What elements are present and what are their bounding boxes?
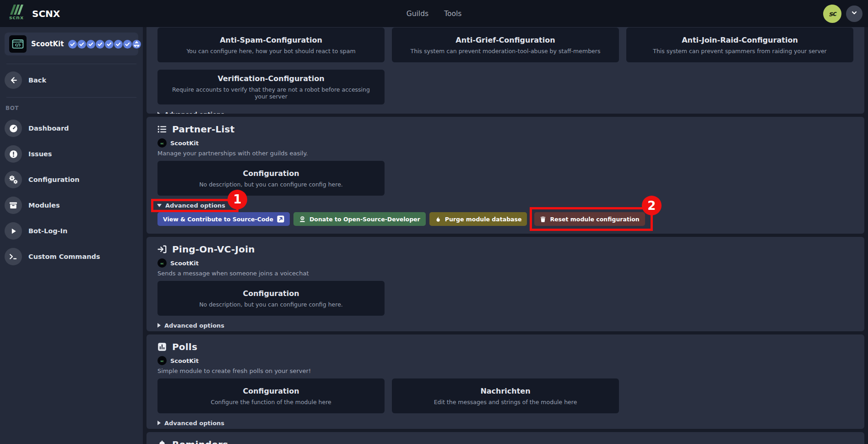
module-card[interactable]: Anti-Spam-ConfigurationYou can configure… [157, 27, 385, 62]
card-subtitle: This system can prevent moderation-tool-… [411, 48, 601, 55]
donate-icon [299, 216, 306, 223]
user-avatar[interactable]: sc [823, 4, 842, 23]
sidebar-item-configuration[interactable]: Configuration [5, 171, 138, 188]
check-badge-icon [87, 40, 95, 49]
arrow-left-icon [5, 71, 22, 89]
scootkit-avatar: sc [157, 356, 167, 365]
donate-button[interactable]: Donate to Open-Source-Developer [293, 212, 426, 226]
advanced-options-toggle[interactable]: Advanced options [157, 111, 224, 114]
sidebar-item-label: Configuration [28, 176, 80, 183]
fire-button[interactable]: Purge module database [429, 212, 527, 226]
advanced-options-toggle[interactable]: Advanced options [157, 202, 225, 209]
module-title: Partner-List [172, 124, 234, 135]
module-description: Simple module to create fresh polls on y… [157, 367, 853, 374]
module-card[interactable]: ConfigurationNo description, but you can… [157, 161, 385, 196]
divider [6, 64, 136, 64]
caret-down-icon [157, 204, 162, 207]
module-header: Ping-On-VC-Join [157, 243, 853, 255]
card-title: Configuration [243, 169, 299, 178]
module-section-ping-on-vc-join: Ping-On-VC-JoinscScootKitSends a message… [146, 237, 864, 331]
annotation-box-1: Advanced options1 [151, 199, 239, 212]
annotation-marker-1: 1 [228, 190, 247, 209]
dashboard-icon [5, 120, 22, 137]
advanced-options-label: Advanced options [164, 322, 224, 329]
advanced-options-toggle[interactable]: Advanced options [157, 322, 224, 329]
module-card[interactable]: Verification-ConfigurationRequire accoun… [157, 70, 385, 104]
module-owner-name: ScootKit [170, 140, 199, 147]
scootkit-avatar: sc [157, 138, 167, 148]
brand[interactable]: scnx SCNX [7, 4, 60, 24]
issues-icon [5, 145, 22, 163]
card-subtitle: No description, but you can configure co… [199, 181, 343, 188]
sign-in-icon [157, 245, 167, 254]
modules-icon [5, 197, 22, 214]
sidebar-item-modules[interactable]: Modules [5, 197, 138, 214]
module-title: Polls [172, 341, 197, 352]
sidebar-item-custom-commands[interactable]: Custom Commands [5, 248, 138, 265]
module-card[interactable]: ConfigurationNo description, but you can… [157, 281, 385, 316]
advanced-options-label: Advanced options [164, 420, 224, 427]
guild-card[interactable]: ScootKit [5, 33, 138, 55]
sidebar-item-bot-log-in[interactable]: Bot-Log-In [5, 222, 138, 240]
module-header: Polls [157, 340, 853, 353]
module-title: Ping-On-VC-Join [172, 244, 255, 255]
poll-icon [157, 342, 167, 351]
advanced-options-row: Advanced options [157, 321, 853, 329]
advanced-buttons-row: View & Contribute to Source-CodeDonate t… [157, 212, 853, 226]
module-section-reminders: Reminders [146, 432, 864, 444]
caret-right-icon [157, 421, 161, 425]
module-card[interactable]: ConfigurationConfigure the function of t… [157, 378, 385, 413]
chevron-down-icon [851, 9, 858, 18]
module-card-grid: ConfigurationNo description, but you can… [157, 281, 853, 316]
advanced-options-toggle[interactable]: Advanced options [157, 420, 224, 427]
sidebar-item-dashboard[interactable]: Dashboard [5, 120, 138, 137]
check-badge-icon [105, 40, 114, 49]
module-description: Sends a message when someone joins a voi… [157, 270, 853, 277]
guild-code-icon [9, 35, 27, 53]
card-title: Configuration [243, 289, 299, 298]
card-subtitle: Edit the messages and strings of the mod… [434, 399, 577, 406]
card-title: Anti-Grief-Configuration [456, 36, 555, 44]
check-badge-icon [77, 40, 86, 49]
module-card-grid: ConfigurationConfigure the function of t… [157, 378, 853, 413]
trash-icon [540, 216, 546, 223]
card-subtitle: No description, but you can configure co… [199, 301, 343, 308]
module-owner: scScootKit [157, 138, 853, 148]
card-title: Nachrichten [480, 387, 530, 395]
external-link-button[interactable]: View & Contribute to Source-Code [157, 212, 290, 226]
module-card[interactable]: Anti-Grief-ConfigurationThis system can … [392, 27, 619, 62]
module-owner: scScootKit [157, 258, 853, 268]
advanced-options-row: Advanced options1 [157, 201, 853, 209]
card-subtitle: Require accounts to verify that they are… [167, 86, 375, 100]
module-card[interactable]: NachrichtenEdit the messages and strings… [392, 378, 619, 413]
back-button[interactable]: Back [5, 71, 138, 89]
sidebar-item-issues[interactable]: Issues [5, 145, 138, 163]
fire-icon [435, 216, 441, 223]
sidebar-item-label: Dashboard [28, 125, 69, 132]
nav-link-tools[interactable]: Tools [444, 10, 461, 18]
card-subtitle: This system can prevent spammers from ra… [653, 48, 826, 55]
main-content: Anti-Spam-ConfigurationYou can configure… [146, 15, 864, 444]
trash-button[interactable]: Reset module configuration [534, 212, 645, 226]
check-badge-icon [96, 40, 104, 49]
scnx-logo-icon: scnx [7, 4, 26, 24]
module-title: Reminders [172, 439, 228, 444]
custom-commands-icon [5, 248, 22, 265]
caret-right-icon [157, 323, 161, 328]
check-badge-icon [123, 40, 132, 49]
module-card[interactable]: Anti-Join-Raid-ConfigurationThis system … [626, 27, 853, 62]
sidebar-item-label: Bot-Log-In [28, 227, 67, 235]
nav-links: Guilds Tools [407, 0, 462, 27]
nav-link-guilds[interactable]: Guilds [407, 10, 429, 18]
card-subtitle: You can configure here, how your bot sho… [186, 48, 355, 55]
module-description: Manage your partnerships with other guil… [157, 150, 853, 157]
advanced-options-row: Advanced options [157, 110, 853, 114]
external-link-icon [277, 215, 284, 223]
user-menu-button[interactable] [846, 5, 863, 22]
button-label: Purge module database [445, 216, 522, 223]
caret-right-icon [157, 112, 161, 114]
check-badge-icon [68, 40, 77, 49]
annotation-marker-2: 2 [642, 196, 662, 215]
card-title: Verification-Configuration [217, 74, 324, 83]
advanced-options-label: Advanced options [164, 111, 224, 114]
